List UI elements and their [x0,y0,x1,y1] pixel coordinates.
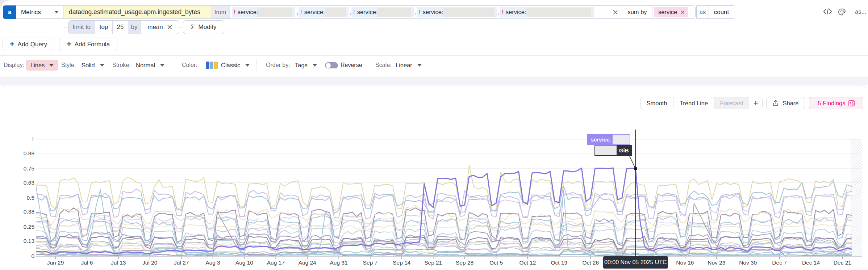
findings-label: 5 Findings [818,100,845,107]
divider [174,59,174,71]
trend-line-button[interactable]: Trend Line [673,97,714,109]
hover-value-tooltip: GiB [594,145,632,156]
connector-line [179,27,183,28]
filter-tag-key: service: [506,9,526,16]
display-type-dropdown[interactable]: Lines [26,60,58,71]
filter-separator: , [415,9,417,16]
add-formula-label: Add Formula [75,41,110,48]
limit-clause: limit to top 25 by mean [68,20,179,34]
filter-tag-key: service: [238,9,258,16]
remove-group-by-icon[interactable] [681,10,685,14]
sigma-icon: Σ [191,24,195,31]
redacted-value [325,8,346,17]
share-icon [772,100,779,107]
forecast-button[interactable]: Forecast [714,97,749,109]
scale-dropdown[interactable]: Linear [396,62,422,69]
filter-chip[interactable]: !service: [417,7,497,17]
limit-by-label: by [128,21,141,34]
color-dropdown[interactable]: Classic [221,62,250,69]
sum-by-label: sum by [622,6,652,18]
share-label: Share [783,100,798,107]
filter-negation: ! [300,9,302,16]
filter-negation: ! [353,9,355,16]
scale-value: Linear [396,62,412,69]
palette-icon[interactable] [838,8,846,16]
divider [0,55,868,56]
hover-timestamp-tooltip: 00:00 Nov 05 2025 UTC [603,256,668,269]
query-bar: a Metrics datadog.estimated_usage.apm.in… [3,5,696,19]
group-by-chip[interactable]: service [654,7,688,17]
chevron-down-icon [49,64,54,67]
as-label: as [697,6,709,18]
order-by-value: Tags [295,62,308,69]
chevron-down-icon [313,64,317,67]
add-chart-mode-button[interactable]: + [749,97,762,109]
query-letter-badge: a [3,5,16,19]
stroke-dropdown[interactable]: Normal [136,62,164,69]
add-formula-button[interactable]: + Add Formula [59,38,117,51]
filter-separator: , [350,9,351,16]
filter-chip[interactable]: !service: [299,7,348,17]
order-by-dropdown[interactable]: Tags [295,62,317,69]
filter-negation: ! [234,9,235,16]
limit-aggregation-value: mean [147,24,163,31]
filter-tag-key: service: [304,9,325,16]
reverse-toggle[interactable] [325,62,338,68]
filter-chip[interactable]: !service: [500,7,593,17]
display-options-bar: Display: Lines Style: Solid Stroke: Norm… [0,56,868,77]
limit-direction-button[interactable]: top [95,21,113,34]
remove-limit-icon[interactable] [167,25,172,30]
clear-filters-button[interactable] [609,10,622,14]
data-source-dropdown[interactable]: Metrics [16,6,64,18]
color-palette-icon [206,62,218,69]
chart-mode-group: Smooth Trend Line Forecast + [640,97,763,109]
group-by-field[interactable]: service [652,6,695,18]
redacted-value [595,145,617,155]
hover-series-tag: service: [588,135,613,144]
swatch-light-blue [210,62,214,69]
from-label: from [211,6,230,18]
hover-series-tooltip: service: [587,134,630,145]
swatch-yellow [214,62,218,69]
redacted-value [526,8,591,17]
modify-label: Modify [199,24,217,31]
redacted-value [258,8,292,17]
filter-chip[interactable]: !service: [232,7,295,17]
add-query-button[interactable]: + Add Query [3,38,54,51]
limit-count-button[interactable]: 25 [113,21,128,34]
filter-input[interactable]: !service:,!service:,!service:,!service:,… [230,6,622,18]
metric-name: datadog.estimated_usage.apm.ingested_byt… [69,8,200,16]
page-background-band [0,77,868,85]
redacted-value [613,135,630,144]
data-source-label: Metrics [21,9,41,16]
color-value: Classic [221,62,240,69]
chevron-down-icon [245,64,250,67]
share-button[interactable]: Share [766,97,805,109]
redacted-value [443,8,494,17]
rollup-count-button[interactable]: count [709,6,734,18]
divider [256,59,257,71]
findings-button[interactable]: 5 Findings [809,97,863,109]
filter-separator: , [296,9,298,16]
filter-tag-key: service: [357,9,378,16]
style-label: Style: [61,62,76,68]
metric-name-field[interactable]: datadog.estimated_usage.apm.ingested_byt… [64,6,211,18]
modify-button[interactable]: Σ Modify [183,20,224,34]
limit-aggregation-button[interactable]: mean [141,21,179,34]
chevron-down-icon [54,11,59,13]
chevron-down-icon [417,64,422,67]
reverse-label: Reverse [341,62,362,68]
limit-to-label: limit to [68,21,95,34]
as-count-group: as count [696,5,734,19]
from-label-text: from [214,9,226,16]
divider [368,59,368,71]
smooth-button[interactable]: Smooth [640,97,673,109]
metrics-query-editor: a Metrics datadog.estimated_usage.apm.in… [0,0,868,270]
as-overflow-label[interactable]: as... [855,8,866,15]
code-icon[interactable] [823,8,832,15]
filter-separator: , [498,9,500,16]
swatch-dark-blue [206,62,209,69]
filter-chip[interactable]: !service: [351,7,414,17]
close-icon [613,10,618,14]
style-dropdown[interactable]: Solid [82,62,104,69]
